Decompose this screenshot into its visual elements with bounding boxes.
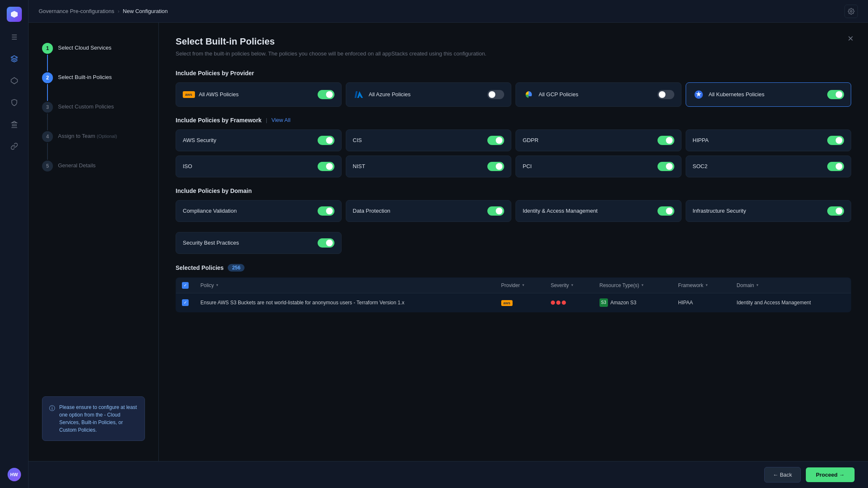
provider-card-gcp[interactable]: All GCP Policies (516, 82, 681, 107)
th-checkbox: ✓ (176, 277, 195, 293)
provider-card-gcp-left: All GCP Policies (523, 89, 578, 100)
stepper-step-5[interactable]: 5 General Details (42, 161, 145, 171)
table-header-row: ✓ Policy ▼ Provider ▼ (176, 277, 851, 293)
step-5-line: 5 (42, 161, 53, 171)
step-4-label: Assign to Team (Optional) (58, 131, 117, 139)
severity-filter-arrow: ▼ (571, 283, 574, 287)
framework-grid: AWS Security CIS GDPR HIPPA ISO (176, 129, 851, 177)
nist-toggle[interactable] (487, 162, 504, 171)
app-logo (7, 7, 22, 22)
domain-card-iam[interactable]: Identity & Access Management (516, 200, 681, 222)
data-protection-toggle[interactable] (487, 206, 504, 216)
domain-card-data-protection[interactable]: Data Protection (346, 200, 512, 222)
framework-card-cis[interactable]: CIS (346, 129, 512, 151)
breadcrumb: Governance Pre-configurations › New Conf… (39, 8, 168, 14)
severity-dot-3 (562, 301, 566, 305)
close-button[interactable]: ✕ (844, 33, 856, 45)
breadcrumb-chevron: › (118, 8, 119, 14)
domain-card-compliance-validation[interactable]: Compliance Validation (176, 200, 342, 222)
row-framework-cell: HIPAA (672, 293, 731, 312)
framework-section-heading: Include Policies by Framework (176, 117, 262, 124)
stepper-panel: 1 Select Cloud Services 2 Select Built-i… (29, 23, 159, 461)
aws-security-toggle[interactable] (318, 136, 334, 145)
back-button[interactable]: ← Back (764, 467, 801, 483)
cis-label: CIS (353, 137, 362, 143)
k8s-toggle[interactable] (827, 90, 844, 99)
framework-card-gdpr[interactable]: GDPR (516, 129, 681, 151)
select-all-checkbox[interactable]: ✓ (182, 282, 189, 289)
breadcrumb-parent[interactable]: Governance Pre-configurations (39, 8, 114, 14)
step-3-line: 3 (42, 102, 53, 131)
proceed-button[interactable]: Proceed → (806, 467, 855, 482)
framework-card-hippa[interactable]: HIPPA (686, 129, 852, 151)
row-domain-cell: Identity and Access Management (731, 293, 851, 312)
gdpr-toggle[interactable] (658, 136, 674, 145)
framework-card-nist[interactable]: NIST (346, 156, 512, 177)
stepper-step-3[interactable]: 3 Select Custom Policies (42, 102, 145, 131)
policy-filter[interactable]: Policy ▼ (200, 282, 489, 288)
framework-section-header: Include Policies by Framework | View All (176, 117, 851, 124)
aws-toggle[interactable] (318, 90, 334, 99)
provider-card-azure[interactable]: All Azure Policies (346, 82, 512, 107)
cis-toggle[interactable] (487, 136, 504, 145)
iam-toggle[interactable] (658, 206, 674, 216)
sidebar-icon-menu[interactable]: ☰ (8, 30, 21, 44)
provider-card-aws[interactable]: aws All AWS Policies (176, 82, 342, 107)
settings-button[interactable] (844, 5, 858, 18)
framework-card-aws-security[interactable]: AWS Security (176, 129, 342, 151)
gcp-toggle[interactable] (658, 90, 674, 99)
svg-marker-1 (11, 78, 17, 84)
step-2-label: Select Built-in Policies (58, 72, 112, 80)
soc2-toggle[interactable] (827, 162, 844, 171)
framework-card-pci[interactable]: PCI (516, 156, 681, 177)
main-container: Governance Pre-configurations › New Conf… (29, 0, 868, 488)
azure-toggle[interactable] (487, 90, 504, 99)
policy-filter-arrow: ▼ (216, 283, 219, 287)
user-avatar[interactable]: HW (8, 468, 21, 481)
row-provider-cell: aws (495, 293, 545, 312)
row-checkbox[interactable]: ✓ (182, 299, 189, 306)
step-3-label: Select Custom Policies (58, 102, 114, 110)
stepper-step-2[interactable]: 2 Select Built-in Policies (42, 72, 145, 102)
domain-filter[interactable]: Domain ▼ (736, 282, 845, 288)
step-1-circle: 1 (42, 43, 53, 54)
stepper-step-1[interactable]: 1 Select Cloud Services (42, 43, 145, 72)
sidebar-icon-hexagon[interactable] (8, 74, 21, 87)
sidebar-icon-layers[interactable] (8, 52, 21, 66)
domain-card-security-best-practices[interactable]: Security Best Practices (176, 232, 342, 254)
iso-toggle[interactable] (318, 162, 334, 171)
provider-card-azure-left: All Azure Policies (353, 89, 411, 100)
sidebar-icon-bank[interactable] (8, 118, 21, 131)
hippa-toggle[interactable] (827, 136, 844, 145)
page-title: Select Built-in Policies (176, 36, 851, 47)
azure-logo (353, 89, 365, 100)
data-protection-label: Data Protection (353, 208, 391, 214)
resource-type-filter[interactable]: Resource Type(s) ▼ (600, 282, 666, 288)
pci-toggle[interactable] (658, 162, 674, 171)
info-text: Please ensure to configure at least one … (59, 404, 138, 434)
step-1-2-connector (47, 55, 48, 71)
step-4-circle: 4 (42, 131, 53, 142)
step-2-circle: 2 (42, 72, 53, 83)
compliance-validation-toggle[interactable] (318, 206, 334, 216)
severity-dot-2 (556, 301, 560, 305)
framework-text: HIPAA (678, 300, 693, 306)
provider-card-k8s[interactable]: All Kubernetes Policies (686, 82, 852, 107)
gdpr-label: GDPR (523, 137, 539, 143)
page-description: Select from the built-in policies below.… (176, 50, 495, 58)
infra-security-toggle[interactable] (827, 206, 844, 216)
view-all-link[interactable]: View All (271, 117, 290, 123)
domain-card-infra-security[interactable]: Infrastructure Security (686, 200, 852, 222)
framework-filter[interactable]: Framework ▼ (678, 282, 725, 288)
stepper-step-4[interactable]: 4 Assign to Team (Optional) (42, 131, 145, 161)
framework-card-iso[interactable]: ISO (176, 156, 342, 177)
step-4-line: 4 (42, 131, 53, 161)
framework-card-soc2[interactable]: SOC2 (686, 156, 852, 177)
security-best-practices-toggle[interactable] (318, 238, 334, 248)
sidebar-icon-link[interactable] (8, 140, 21, 153)
footer: ← Back Proceed → (29, 461, 868, 488)
hippa-label: HIPPA (693, 137, 709, 143)
severity-filter[interactable]: Severity ▼ (551, 282, 588, 288)
provider-filter[interactable]: Provider ▼ (501, 282, 539, 288)
sidebar-icon-shield[interactable] (8, 96, 21, 109)
